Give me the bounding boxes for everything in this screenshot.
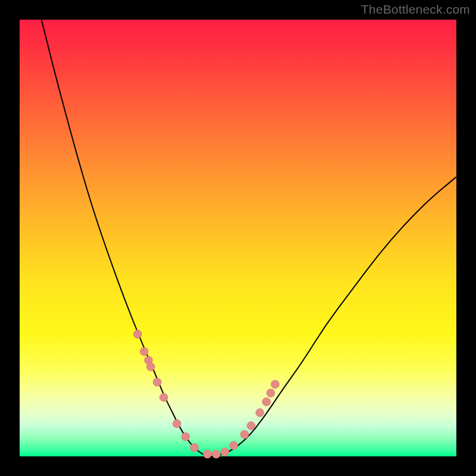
bottleneck-curve (42, 20, 456, 456)
highlight-dot (190, 443, 199, 452)
chart-svg (20, 20, 456, 456)
highlight-dot (247, 422, 255, 430)
highlight-dot (240, 430, 249, 439)
highlight-dot (221, 448, 229, 456)
highlight-dot (230, 441, 238, 450)
highlight-dot (133, 330, 142, 339)
highlight-dot (153, 378, 161, 386)
highlight-dot (271, 380, 279, 389)
highlight-dot (203, 450, 212, 458)
highlight-dot (212, 450, 220, 458)
watermark-text: TheBottleneck.com (361, 2, 470, 17)
highlight-dots (133, 330, 279, 459)
highlight-dot (256, 409, 264, 417)
highlight-dot (159, 393, 168, 402)
chart-frame: TheBottleneck.com (0, 0, 476, 476)
highlight-dot (140, 347, 148, 356)
highlight-dot (173, 419, 181, 428)
highlight-dot (181, 433, 190, 441)
highlight-dot (267, 389, 275, 397)
highlight-dot (146, 363, 155, 371)
plot-area (20, 20, 456, 456)
highlight-dot (262, 397, 271, 406)
